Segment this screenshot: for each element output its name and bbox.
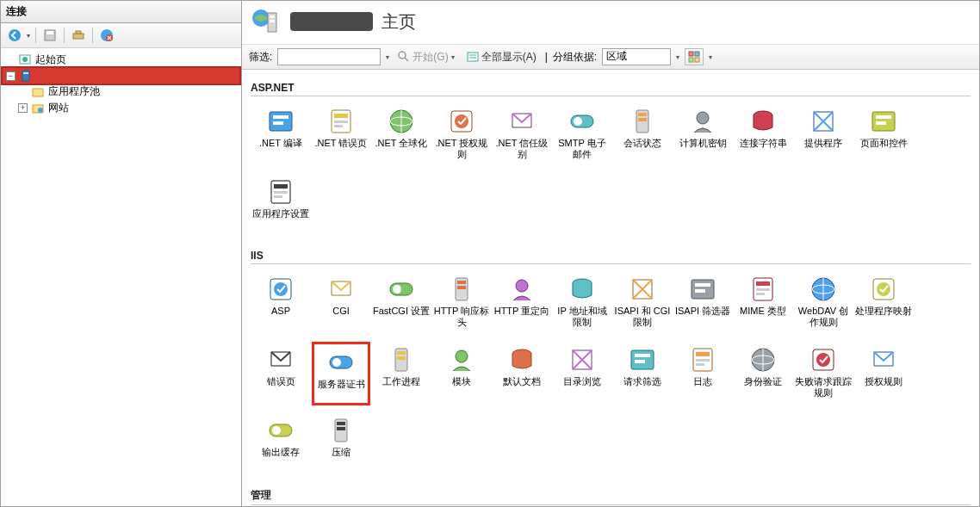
filter-dropdown-icon[interactable]: ▾: [386, 53, 389, 61]
collapse-icon[interactable]: −: [6, 71, 16, 81]
svg-line-19: [405, 58, 408, 61]
iis-item[interactable]: 工作进程: [372, 342, 431, 405]
svg-point-0: [9, 29, 21, 41]
show-all-button[interactable]: 全部显示(A): [463, 49, 540, 65]
iis-item[interactable]: 压缩: [312, 412, 370, 476]
aspnet-item[interactable]: .NET 全球化: [372, 103, 431, 167]
iis-item[interactable]: 授权规则: [854, 342, 913, 405]
aspnet-item-label: 会话状态: [623, 138, 662, 149]
tree-label: 应用程序池: [48, 84, 100, 99]
iis-item-label: 目录浏览: [562, 376, 602, 387]
group-dropdown-icon[interactable]: ▾: [676, 53, 679, 61]
connect-icon[interactable]: [70, 27, 87, 44]
iis-item[interactable]: WebDAV 创作规则: [794, 271, 853, 335]
view-dropdown-icon[interactable]: ▾: [709, 53, 712, 61]
save-icon[interactable]: [41, 27, 59, 44]
iis-item[interactable]: CGI: [312, 271, 370, 335]
aspnet-item[interactable]: .NET 信任级别: [493, 103, 551, 167]
svg-point-18: [399, 52, 406, 59]
iis-item-icon: [266, 345, 295, 374]
iis-item[interactable]: ISAPI 筛选器: [673, 271, 732, 335]
aspnet-item[interactable]: 页面和控件: [854, 103, 913, 167]
group-by-label: 分组依据:: [553, 50, 597, 65]
iis-item[interactable]: 错误页: [251, 342, 310, 405]
stop-icon[interactable]: [98, 27, 115, 44]
iis-item-icon: [688, 275, 717, 304]
iis-item-label: CGI: [332, 306, 350, 317]
svg-rect-51: [274, 184, 288, 189]
show-all-label: 全部显示(A): [481, 50, 537, 65]
svg-rect-2: [47, 31, 53, 34]
iis-item-label: 处理程序映射: [854, 306, 913, 317]
expand-icon[interactable]: +: [18, 103, 28, 113]
aspnet-item[interactable]: 会话状态: [613, 103, 672, 167]
iis-item-icon: [266, 275, 295, 304]
iis-item[interactable]: 目录浏览: [553, 342, 611, 405]
aspnet-item-icon: [326, 107, 356, 136]
view-mode-button[interactable]: [685, 48, 704, 65]
svg-rect-33: [334, 125, 343, 127]
back-icon[interactable]: [6, 27, 23, 44]
iis-item[interactable]: IP 地址和域限制: [553, 271, 611, 335]
iis-item[interactable]: 失败请求跟踪规则: [794, 342, 853, 405]
aspnet-grid: .NET 编译.NET 错误页.NET 全球化.NET 授权规则.NET 信任级…: [251, 102, 971, 243]
connections-toolbar: ▾: [1, 23, 241, 48]
iis-item[interactable]: 默认文档: [493, 342, 551, 405]
iis-item[interactable]: 身份验证: [734, 342, 792, 405]
iis-item[interactable]: ASP: [251, 271, 310, 335]
aspnet-item-label: 提供程序: [803, 138, 843, 149]
aspnet-item[interactable]: 提供程序: [794, 103, 853, 167]
tree-app-pools[interactable]: 应用程序池: [3, 83, 239, 100]
tree-spacer: [18, 87, 28, 96]
iis-item[interactable]: 请求筛选: [613, 342, 672, 405]
aspnet-item-icon: [266, 107, 295, 136]
svg-rect-68: [756, 281, 770, 286]
iis-item[interactable]: 输出缓存: [251, 412, 310, 476]
aspnet-item[interactable]: 应用程序设置: [251, 174, 310, 238]
iis-item-icon: [507, 345, 537, 374]
iis-item[interactable]: 日志: [673, 342, 732, 405]
iis-item-icon: [387, 345, 416, 374]
back-dropdown-icon[interactable]: ▾: [27, 32, 30, 40]
aspnet-item[interactable]: .NET 授权规则: [432, 103, 491, 167]
svg-rect-88: [696, 352, 710, 356]
iis-item-label: 服务器证书: [317, 379, 366, 390]
aspnet-item-label: 连接字符串: [739, 138, 788, 149]
go-button[interactable]: 开始(G) ▾: [394, 49, 457, 65]
connections-tree[interactable]: 起始页 − 应用程序池 +: [1, 48, 241, 120]
tree-server-node[interactable]: −: [3, 68, 239, 83]
iis-item-label: MIME 类型: [739, 306, 787, 317]
iis-item[interactable]: 模块: [432, 342, 491, 405]
iis-item-label: 日志: [692, 376, 713, 387]
aspnet-item[interactable]: .NET 编译: [251, 103, 310, 167]
svg-rect-17: [270, 20, 275, 22]
section-header-aspnet: ASP.NET: [251, 75, 971, 96]
tree-sites[interactable]: + 网站: [3, 100, 239, 116]
filter-input[interactable]: [277, 48, 381, 65]
svg-rect-43: [638, 118, 647, 121]
aspnet-item[interactable]: 连接字符串: [734, 103, 792, 167]
iis-item[interactable]: FastCGI 设置: [372, 271, 431, 335]
aspnet-item[interactable]: .NET 错误页: [312, 103, 370, 167]
iis-item[interactable]: MIME 类型: [734, 271, 792, 335]
aspnet-item-label: .NET 信任级别: [493, 138, 551, 160]
filter-toolbar: 筛选: ▾ 开始(G) ▾ 全部显示(A) | 分组依据: 区域 ▾ ▾: [242, 45, 979, 70]
svg-point-77: [332, 358, 341, 367]
server-large-icon: [251, 6, 282, 37]
aspnet-item[interactable]: SMTP 电子邮件: [553, 103, 611, 167]
iis-item[interactable]: HTTP 重定向: [493, 271, 551, 335]
iis-item[interactable]: HTTP 响应标头: [432, 271, 491, 335]
aspnet-item-label: 页面和控件: [859, 138, 909, 149]
iis-item-label: ISAPI 和 CGI 限制: [613, 306, 672, 328]
iis-item-label: FastCGI 设置: [372, 306, 431, 317]
iis-item[interactable]: 处理程序映射: [854, 271, 913, 335]
tree-start-page[interactable]: 起始页: [3, 52, 239, 68]
iis-item[interactable]: ISAPI 和 CGI 限制: [613, 271, 672, 335]
group-by-select[interactable]: 区域: [602, 48, 671, 65]
aspnet-item[interactable]: 计算机密钥: [673, 103, 732, 167]
iis-item[interactable]: 服务器证书: [312, 342, 370, 405]
svg-rect-49: [876, 121, 886, 125]
svg-point-75: [877, 282, 890, 296]
iis-item-icon: [568, 345, 597, 374]
toolbar-separator: |: [545, 51, 548, 63]
